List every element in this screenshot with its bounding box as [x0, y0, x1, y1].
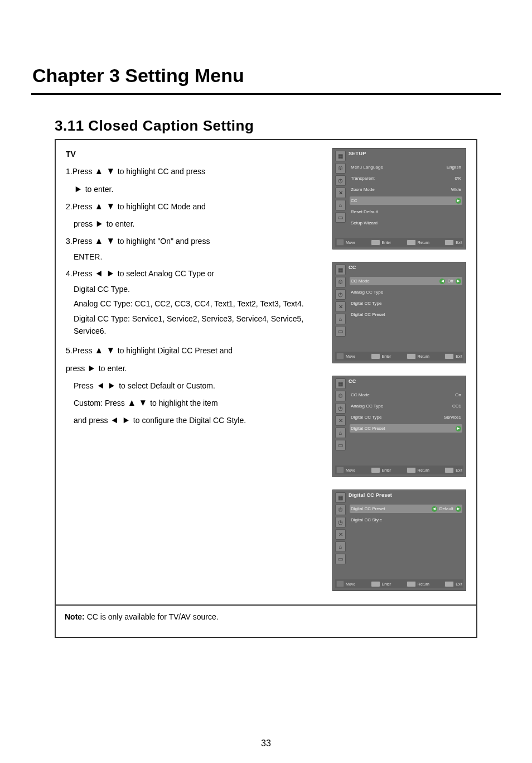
osd-footer-label: Move	[346, 582, 355, 586]
exit-key-icon	[444, 353, 454, 359]
osd-title: CC	[349, 378, 356, 384]
move-key-icon	[336, 467, 344, 473]
page-number: 33	[31, 738, 501, 748]
arrow-right-icon: ►	[456, 198, 461, 204]
osd-value-text: Default	[439, 506, 453, 511]
chevron-right-icon: ►	[74, 181, 83, 196]
lock-icon: ⌂	[335, 541, 346, 552]
chevron-left-icon: ◄	[110, 412, 119, 428]
lock-icon: ⌂	[335, 314, 346, 324]
txt: to configure the Digital CC Style.	[133, 416, 246, 425]
chevron-down-icon: ▼	[139, 395, 147, 410]
osd-footer-exit: Exit	[444, 353, 462, 359]
osd-row-label: CC Mode	[351, 392, 370, 397]
time-icon: ◷	[335, 517, 346, 527]
osd-row: CC Mode◄Off►	[350, 277, 462, 285]
osd-value-text: CC1	[452, 404, 461, 409]
osd-row: Zoom ModeWide	[350, 185, 462, 194]
pc-icon: ▭	[335, 554, 346, 564]
osd-footer: MoveEnterReturnExit	[335, 352, 463, 361]
tv-step4b: Digital CC Type.	[66, 283, 321, 295]
exit-key-icon	[444, 581, 454, 587]
txt: to highlight "On" and press	[118, 237, 210, 246]
exit-key-icon	[444, 467, 454, 473]
osd-footer-move: Move	[336, 239, 355, 246]
enter-key-icon	[371, 239, 380, 246]
osd-footer-label: Exit	[456, 582, 462, 586]
channel-icon: ⑧	[335, 505, 346, 515]
osd-row: Analog CC TypeCC1	[350, 402, 462, 410]
osd-footer-return: Return	[407, 581, 429, 587]
osd-footer-label: Enter	[382, 241, 391, 244]
osd-title: SETUP	[349, 151, 366, 156]
osd-row-label: Setup Wizard	[351, 220, 378, 225]
arrow-left-icon: ◄	[432, 506, 437, 512]
osd-value-text: On	[455, 392, 461, 397]
txt: to select Analog CC Type or	[118, 269, 214, 278]
osd-row: Menu LanguageEnglish	[350, 163, 462, 171]
osd-row-value: ►	[456, 426, 461, 431]
txt: 3.Press	[66, 237, 94, 246]
txt: 1.Press	[66, 167, 94, 176]
osd-footer-label: Move	[346, 468, 355, 472]
osd-sidebar-icons: ▦⑧◷✕⌂▭	[335, 151, 346, 223]
note-label: Note:	[65, 612, 85, 621]
return-key-icon	[407, 581, 416, 587]
picture-icon: ▦	[335, 378, 346, 389]
osd-footer: MoveEnterReturnExit	[335, 238, 463, 247]
osd-row: Analog CC Type	[350, 288, 462, 296]
osd-footer-label: Enter	[382, 468, 391, 472]
txt: to enter.	[107, 219, 135, 228]
osd-row-label: Menu Language	[351, 165, 383, 170]
txt: 4.Press	[66, 269, 94, 278]
time-icon: ◷	[335, 289, 346, 300]
return-key-icon	[407, 353, 416, 359]
pc-icon: ▭	[335, 212, 346, 223]
osd-footer-exit: Exit	[444, 467, 462, 473]
chevron-right-icon: ►	[122, 412, 130, 428]
osd-row-value: ►	[456, 198, 461, 204]
osd-footer-enter: Enter	[371, 239, 391, 246]
arrow-right-icon: ►	[456, 506, 461, 512]
osd-footer-label: Enter	[382, 582, 391, 586]
osd-panel: CC▦⑧◷✕⌂▭CC Mode◄Off►Analog CC TypeDigita…	[332, 262, 466, 363]
chevron-up-icon: ▲	[95, 343, 103, 358]
tv-step1b: ► to enter.	[66, 181, 321, 196]
osd-footer-label: Exit	[456, 241, 462, 244]
osd-sidebar-icons: ▦⑧◷✕⌂▭	[335, 492, 346, 564]
enter-key-icon	[371, 353, 380, 359]
instructions-column: TV 1.Press ▲ ▼ to highlight CC and press…	[66, 148, 321, 591]
osd-row-value: 0%	[454, 176, 461, 181]
arrow-right-icon: ►	[456, 426, 461, 431]
osd-footer-return: Return	[407, 239, 429, 246]
txt: to enter.	[85, 185, 114, 194]
osd-row-label: Zoom Mode	[351, 187, 375, 192]
osd-row-label: Digital CC Type	[351, 415, 381, 420]
osd-row-value: On	[455, 392, 461, 397]
osd-footer-enter: Enter	[371, 353, 391, 359]
setup-icon: ✕	[335, 415, 346, 426]
chevron-right-icon: ►	[108, 378, 116, 393]
pc-icon: ▭	[335, 440, 346, 450]
move-key-icon	[336, 239, 344, 246]
lock-icon: ⌂	[335, 428, 346, 438]
osd-value-text: English	[447, 165, 461, 170]
arrow-right-icon: ►	[456, 279, 461, 284]
txt: to enter.	[99, 364, 127, 373]
chevron-right-icon: ►	[107, 266, 115, 281]
osd-footer-label: Move	[346, 354, 355, 358]
osd-panel: Digital CC Preset▦⑧◷✕⌂▭Digital CC Preset…	[332, 490, 466, 591]
osd-row: Digital CC Preset◄Default►	[350, 505, 462, 513]
tv-step3: 3.Press ▲ ▼ to highlight "On" and press	[66, 233, 321, 248]
osd-footer-exit: Exit	[444, 239, 462, 246]
txt: 5.Press	[66, 346, 94, 355]
chevron-up-icon: ▲	[128, 395, 136, 410]
move-key-icon	[336, 580, 344, 587]
osd-footer-label: Return	[418, 468, 429, 472]
tv-custom-line: Custom: Press ▲ ▼ to highlight the item	[66, 395, 321, 410]
osd-rows: Digital CC Preset◄Default►Digital CC Sty…	[350, 505, 462, 524]
txt: Press	[74, 381, 96, 390]
osd-footer-move: Move	[336, 467, 355, 473]
channel-icon: ⑧	[335, 391, 346, 401]
osd-footer-enter: Enter	[371, 467, 391, 473]
